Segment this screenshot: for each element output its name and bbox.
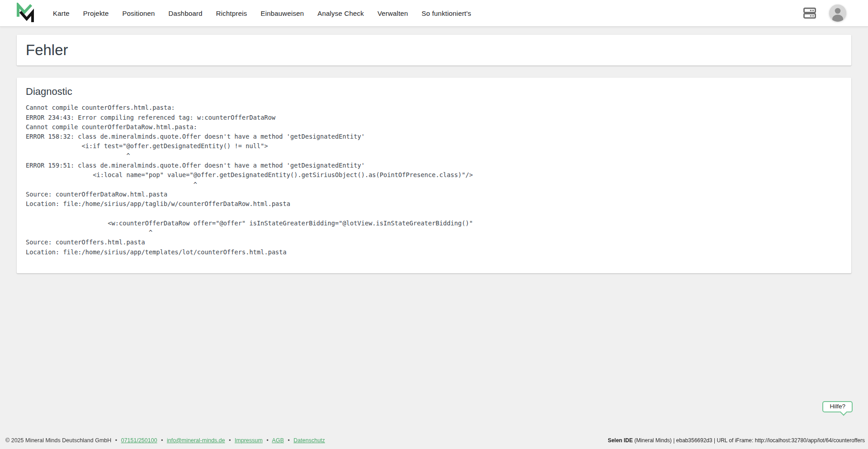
page-title: Fehler [26,41,842,59]
separator-dot: • [288,437,289,444]
user-avatar-button[interactable] [829,5,846,22]
app-header: Karte Projekte Positionen Dashboard Rich… [0,0,868,27]
separator-dot: • [266,437,268,444]
footer-link-email[interactable]: info@mineral-minds.de [167,437,225,444]
separator-dot: • [115,437,117,444]
nav-item-verwalten[interactable]: Verwalten [377,0,408,27]
header-actions [802,5,846,22]
diagnostic-heading: Diagnostic [26,86,842,98]
nav-item-analyse-check[interactable]: Analyse Check [317,0,364,27]
nav-item-projekte[interactable]: Projekte [83,0,109,27]
footer-ide-info: Selen IDE (Mineral Minds) | ebab356692d3… [608,437,865,444]
copyright-text: © 2025 Mineral Minds Deutschland GmbH [5,437,111,444]
mineral-minds-logo[interactable] [16,3,34,23]
help-button[interactable]: Hilfe? [822,401,853,412]
error-title-card: Fehler [17,35,851,65]
nav-item-karte[interactable]: Karte [53,0,70,27]
nav-item-einbauweisen[interactable]: Einbauweisen [260,0,304,27]
footer-link-datenschutz[interactable]: Datenschutz [293,437,325,444]
nav-item-richtpreis[interactable]: Richtpreis [216,0,247,27]
diagnostic-card: Diagnostic Cannot compile counterOffers.… [17,78,851,273]
footer-link-phone[interactable]: 07151/250100 [121,437,157,444]
nav-item-positionen[interactable]: Positionen [123,0,155,27]
mm-monogram-icon [16,3,34,23]
footer-legal: © 2025 Mineral Minds Deutschland GmbH • … [5,437,325,444]
diagnostic-output: Cannot compile counterOffers.html.pasta:… [26,103,842,257]
ide-name: Selen IDE [608,437,632,444]
nav-item-dashboard[interactable]: Dashboard [169,0,203,27]
account-avatar-icon [829,5,846,22]
page-footer: © 2025 Mineral Minds Deutschland GmbH • … [0,435,868,449]
ide-details: (Mineral Minds) | ebab356692d3 | URL of … [633,437,865,444]
separator-dot: • [229,437,231,444]
nav-item-so-funktionierts[interactable]: So funktioniert's [422,0,472,27]
server-icon [802,6,817,20]
main-nav: Karte Projekte Positionen Dashboard Rich… [53,0,471,26]
server-button[interactable] [802,6,817,20]
separator-dot: • [161,437,163,444]
page-content: Fehler Diagnostic Cannot compile counter… [0,27,868,273]
footer-link-impressum[interactable]: Impressum [235,437,263,444]
footer-link-agb[interactable]: AGB [272,437,284,444]
